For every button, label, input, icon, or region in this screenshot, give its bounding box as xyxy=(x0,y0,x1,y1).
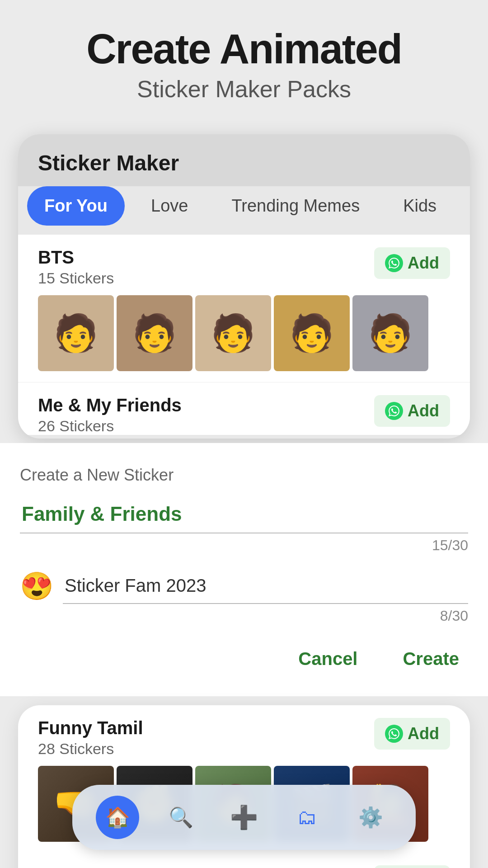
bts-thumb-4[interactable]: 🧑 xyxy=(274,295,350,371)
sticker-pack-friends: Me & My Friends 26 Stickers Add xyxy=(18,382,470,435)
nav-settings[interactable]: ⚙️ xyxy=(349,796,392,839)
cancel-button[interactable]: Cancel xyxy=(289,644,366,674)
search-icon: 🔍 xyxy=(169,806,193,829)
create-label: Create a New Sticker xyxy=(20,466,468,485)
bts-add-label: Add xyxy=(408,254,439,273)
friends-pack-count: 26 Stickers xyxy=(38,417,182,435)
pack-char-count: 15/30 xyxy=(20,537,468,554)
sticker-name-input[interactable] xyxy=(63,568,468,604)
whatsapp-icon-funny xyxy=(385,725,403,743)
funny-tamil-header: Funny Tamil 28 Stickers Add xyxy=(38,718,450,758)
emoji-row: 😍 xyxy=(20,568,468,604)
bts-thumb-3[interactable]: 🧑 xyxy=(195,295,271,371)
nav-home[interactable]: 🏠 xyxy=(96,796,139,839)
action-buttons: Cancel Create xyxy=(20,635,468,687)
tab-for-you[interactable]: For You xyxy=(27,186,125,226)
tab-love[interactable]: Love xyxy=(134,186,205,226)
whatsapp-icon-bts xyxy=(385,254,403,272)
friends-pack-name: Me & My Friends xyxy=(38,395,182,415)
squid-header: Squid Game Add xyxy=(38,865,450,868)
bts-pack-name: BTS xyxy=(38,247,114,268)
header-subtitle: Sticker Maker Packs xyxy=(18,75,470,103)
squid-add-button[interactable]: Add xyxy=(374,865,450,868)
funny-tamil-add-button[interactable]: Add xyxy=(374,718,450,750)
funny-tamil-add-label: Add xyxy=(408,724,439,743)
category-tabs: For You Love Trending Memes Kids xyxy=(18,186,470,235)
squid-game-row: Squid Game Add xyxy=(18,853,470,868)
bts-pack-header: BTS 15 Stickers Add xyxy=(38,247,450,287)
bts-face-5: 🧑 xyxy=(352,295,428,371)
add-icon: ➕ xyxy=(230,804,258,830)
stickers-icon: 🗂 xyxy=(297,806,317,829)
bts-face-3: 🧑 xyxy=(195,295,271,371)
create-section: Create a New Sticker 15/30 😍 8/30 Cancel… xyxy=(0,443,488,696)
bts-pack-count: 15 Stickers xyxy=(38,269,114,287)
bts-face-2: 🧑 xyxy=(117,295,192,371)
tab-kids[interactable]: Kids xyxy=(386,186,454,226)
app-card-title: Sticker Maker xyxy=(38,151,179,175)
bts-pack-info: BTS 15 Stickers xyxy=(38,247,114,287)
nav-add[interactable]: ➕ xyxy=(222,796,266,839)
settings-icon: ⚙️ xyxy=(358,806,383,829)
whatsapp-icon-friends xyxy=(385,402,403,420)
header-section: Create Animated Sticker Maker Packs xyxy=(0,0,488,121)
app-card-header: Sticker Maker xyxy=(18,134,470,186)
funny-tamil-name: Funny Tamil xyxy=(38,718,143,738)
bts-thumbnails: 🧑 🧑 🧑 🧑 🧑 xyxy=(38,295,450,382)
nav-stickers[interactable]: 🗂 xyxy=(286,796,329,839)
nav-search[interactable]: 🔍 xyxy=(159,796,202,839)
tab-trending-memes[interactable]: Trending Memes xyxy=(214,186,377,226)
sticker-pack-bts: BTS 15 Stickers Add 🧑 🧑 🧑 xyxy=(18,235,470,382)
bts-thumb-2[interactable]: 🧑 xyxy=(117,295,192,371)
header-title: Create Animated xyxy=(18,27,470,71)
funny-tamil-info: Funny Tamil 28 Stickers xyxy=(38,718,143,758)
sticker-char-count: 8/30 xyxy=(20,608,468,624)
bts-thumb-1[interactable]: 🧑 xyxy=(38,295,114,371)
pack-name-input[interactable] xyxy=(20,495,468,533)
emoji-display[interactable]: 😍 xyxy=(20,570,54,602)
app-card: Sticker Maker For You Love Trending Meme… xyxy=(18,134,470,439)
bts-thumb-5[interactable]: 🧑 xyxy=(352,295,428,371)
bottom-nav: 🏠 🔍 ➕ 🗂 ⚙️ xyxy=(72,785,416,850)
bts-face-1: 🧑 xyxy=(38,295,114,371)
friends-pack-header: Me & My Friends 26 Stickers Add xyxy=(38,395,450,435)
friends-pack-info: Me & My Friends 26 Stickers xyxy=(38,395,182,435)
bts-add-button[interactable]: Add xyxy=(374,247,450,279)
bts-face-4: 🧑 xyxy=(274,295,350,371)
friends-add-button[interactable]: Add xyxy=(374,395,450,427)
squid-info: Squid Game xyxy=(38,865,143,868)
home-icon: 🏠 xyxy=(105,806,130,829)
friends-add-label: Add xyxy=(408,401,439,420)
squid-name: Squid Game xyxy=(38,865,143,868)
funny-tamil-count: 28 Stickers xyxy=(38,740,143,758)
create-button[interactable]: Create xyxy=(394,644,468,674)
